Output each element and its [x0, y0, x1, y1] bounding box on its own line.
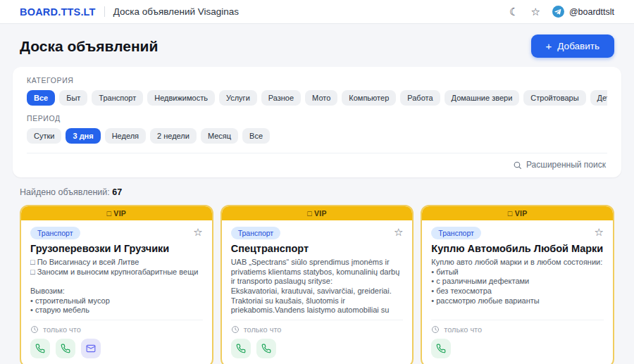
category-chip-domashnie-zveri[interactable]: Домашние звери	[445, 90, 520, 106]
mail-icon	[86, 344, 96, 353]
phone-icon	[261, 344, 271, 353]
vip-banner: □ VIP	[21, 206, 212, 220]
topbar-actions: ☾ ☆ @boardttslt	[509, 6, 614, 18]
category-chip-stroytovary[interactable]: Стройтовары	[523, 90, 585, 106]
add-button[interactable]: + Добавить	[531, 34, 614, 58]
period-section-label: ПЕРИОД	[27, 114, 607, 123]
period-section: ПЕРИОД Сутки 3 дня Неделя 2 недели Месяц…	[27, 114, 607, 144]
plus-icon: +	[546, 41, 552, 51]
ad-card[interactable]: □ VIP Транспорт ☆ Спецтранспорт UAB „Spe…	[220, 205, 414, 364]
title-row: Доска объявлений + Добавить	[20, 34, 614, 58]
ad-title[interactable]: Спецтранспорт	[231, 243, 404, 254]
contact-buttons	[431, 339, 604, 358]
category-badge[interactable]: Транспорт	[431, 227, 481, 239]
badge-row: Транспорт ☆	[231, 227, 404, 239]
ad-time: только что	[444, 325, 482, 334]
results-label: Найдено объявлений:	[20, 187, 110, 197]
ads-grid: □ VIP Транспорт ☆ Грузоперевозки И Грузч…	[20, 205, 614, 364]
favorite-star-icon[interactable]: ☆	[193, 227, 202, 237]
ad-description: UAB „Spectrans“ siūlo sprendimus įmonėms…	[231, 258, 404, 316]
page: Доска объявлений + Добавить КАТЕГОРИЯ Вс…	[0, 34, 634, 364]
badge-row: Транспорт ☆	[30, 227, 203, 239]
ad-title[interactable]: Куплю Автомобиль Любой Марки	[431, 243, 604, 254]
period-chip-mesyac[interactable]: Месяц	[201, 128, 238, 144]
phone-button[interactable]	[256, 339, 276, 358]
category-chips: Все Быт Транспорт Недвижимость Услуги Ра…	[27, 90, 607, 106]
ad-time: только что	[244, 325, 282, 334]
phone-icon	[236, 344, 246, 353]
period-chips: Сутки 3 дня Неделя 2 недели Месяц Все	[27, 128, 607, 144]
ad-footer: только что	[30, 320, 203, 358]
category-chip-deti[interactable]: Дети	[590, 90, 607, 106]
advanced-search-link[interactable]: Расширенный поиск	[27, 153, 607, 177]
contact-buttons	[231, 339, 404, 358]
ad-card[interactable]: □ VIP Транспорт ☆ Грузоперевозки И Грузч…	[20, 205, 213, 364]
category-chip-moto[interactable]: Мото	[305, 90, 337, 106]
brand-divider	[104, 6, 105, 17]
favorite-star-icon[interactable]: ☆	[595, 227, 604, 237]
time-row: только что	[431, 325, 604, 334]
phone-button[interactable]	[56, 339, 75, 358]
period-chip-vse[interactable]: Все	[242, 128, 270, 144]
contact-buttons	[30, 339, 203, 358]
moon-icon[interactable]: ☾	[509, 6, 518, 17]
phone-button[interactable]	[431, 339, 451, 358]
vip-banner: □ VIP	[422, 206, 613, 220]
badge-row: Транспорт ☆	[431, 227, 604, 239]
category-chip-nedvizhimost[interactable]: Недвижимость	[147, 90, 215, 106]
period-chip-3-dnya[interactable]: 3 дня	[66, 128, 100, 144]
category-chip-uslugi[interactable]: Услуги	[219, 90, 257, 106]
category-badge[interactable]: Транспорт	[30, 227, 80, 239]
ad-title[interactable]: Грузоперевозки И Грузчики	[30, 243, 203, 254]
phone-button[interactable]	[30, 339, 50, 358]
ad-card-content: Транспорт ☆ Куплю Автомобиль Любой Марки…	[422, 220, 613, 364]
telegram-handle: @boardttslt	[569, 7, 614, 17]
time-row: только что	[30, 325, 203, 334]
clock-icon	[431, 325, 440, 334]
ad-footer: только что	[431, 320, 604, 358]
vip-banner: □ VIP	[222, 206, 413, 220]
topbar-subtitle: Доска объявлений Visaginas	[113, 6, 239, 17]
phone-icon	[436, 344, 446, 353]
results-count: 67	[112, 187, 122, 197]
star-icon[interactable]: ☆	[530, 6, 540, 17]
search-icon	[513, 161, 522, 170]
brand-logo[interactable]: BOARD.TTS.LT	[20, 6, 96, 18]
filters-panel: КАТЕГОРИЯ Все Быт Транспорт Недвижимость…	[13, 67, 621, 177]
ad-card-content: Транспорт ☆ Спецтранспорт UAB „Spectrans…	[222, 220, 413, 364]
period-chip-2-nedeli[interactable]: 2 недели	[150, 128, 197, 144]
ad-footer: только что	[231, 320, 404, 358]
category-chip-transport[interactable]: Транспорт	[92, 90, 143, 106]
favorite-star-icon[interactable]: ☆	[394, 227, 403, 237]
email-button[interactable]	[81, 339, 101, 358]
category-chip-rabota[interactable]: Работа	[400, 90, 440, 106]
phone-button[interactable]	[231, 339, 251, 358]
phone-icon	[35, 344, 45, 353]
telegram-icon	[552, 6, 564, 18]
category-badge[interactable]: Транспорт	[231, 227, 281, 239]
ad-time: только что	[43, 325, 81, 334]
category-chip-raznoe[interactable]: Разное	[261, 90, 301, 106]
clock-icon	[231, 325, 240, 334]
results-line: Найдено объявлений: 67	[20, 187, 614, 197]
telegram-link[interactable]: @boardttslt	[552, 6, 614, 18]
ad-description: Куплю авто любой марки и в любом состоян…	[431, 258, 604, 316]
time-row: только что	[231, 325, 404, 334]
clock-icon	[30, 325, 39, 334]
category-chip-kompyuter[interactable]: Компьютер	[342, 90, 396, 106]
page-title: Доска объявлений	[20, 38, 158, 55]
topbar: BOARD.TTS.LT Доска объявлений Visaginas …	[0, 0, 634, 24]
advanced-search-label: Расширенный поиск	[526, 160, 606, 170]
category-chip-all[interactable]: Все	[27, 90, 55, 106]
category-chip-byt[interactable]: Быт	[59, 90, 87, 106]
period-chip-sutki[interactable]: Сутки	[27, 128, 61, 144]
category-section-label: КАТЕГОРИЯ	[27, 76, 607, 84]
ad-card[interactable]: □ VIP Транспорт ☆ Куплю Автомобиль Любой…	[421, 205, 614, 364]
add-button-label: Добавить	[557, 41, 599, 51]
phone-icon	[61, 344, 70, 353]
period-chip-nedelya[interactable]: Неделя	[105, 128, 146, 144]
ad-card-content: Транспорт ☆ Грузоперевозки И Грузчики □ …	[21, 220, 212, 364]
ad-description: □ По Висагинасу и всей Литве □ Заносим и…	[30, 258, 203, 316]
